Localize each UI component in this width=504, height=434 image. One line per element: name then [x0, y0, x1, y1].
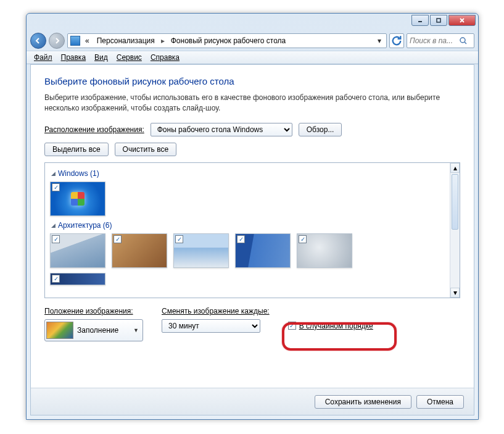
address-bar[interactable]: « Персонализация ▸ Фоновый рисунок рабоч… [67, 33, 387, 48]
location-icon [70, 36, 80, 46]
scroll-down-button[interactable]: ▾ [450, 288, 460, 298]
breadcrumb-sep-icon: ▸ [160, 36, 166, 45]
address-dropdown-icon[interactable]: ▾ [375, 36, 384, 45]
collapse-icon: ◢ [51, 222, 56, 228]
content-pane: Выберите фоновый рисунок рабочего стола … [30, 64, 474, 415]
thumb-checkbox[interactable]: ✓ [114, 235, 122, 243]
scroll-thumb[interactable] [452, 174, 458, 230]
wallpaper-thumb[interactable]: ✓ [297, 233, 352, 268]
position-value: Заполнение [77, 326, 118, 335]
breadcrumb-desktop-bg[interactable]: Фоновый рисунок рабочего стола [168, 35, 289, 46]
close-button[interactable] [448, 15, 476, 26]
page-subtitle: Выберите изображение, чтобы использовать… [44, 93, 460, 114]
menu-help[interactable]: Справка [147, 52, 183, 63]
group-windows[interactable]: ◢Windows (1) [51, 169, 445, 178]
wallpaper-thumb[interactable]: ✓ [50, 273, 105, 285]
minimize-button[interactable] [411, 15, 429, 26]
collapse-icon: ◢ [51, 170, 56, 177]
chevron-down-icon: ▼ [133, 327, 139, 333]
breadcrumb-prefix[interactable]: « [83, 35, 92, 46]
save-button[interactable]: Сохранить изменения [315, 395, 411, 409]
breadcrumb-personalization[interactable]: Персонализация [94, 35, 157, 46]
search-box[interactable] [407, 33, 474, 48]
nav-back-button[interactable] [30, 33, 46, 49]
refresh-button[interactable] [389, 33, 404, 48]
group-architecture[interactable]: ◢Архитектура (6) [51, 221, 445, 230]
shuffle-checkbox[interactable]: ✓ В случайном порядке [288, 322, 373, 330]
search-icon [459, 36, 468, 45]
menu-tools[interactable]: Сервис [113, 52, 146, 63]
wallpaper-thumb[interactable]: ✓ [112, 233, 167, 268]
cancel-button[interactable]: Отмена [416, 395, 464, 409]
wallpaper-thumb[interactable]: ✓ [50, 182, 105, 216]
thumb-checkbox[interactable]: ✓ [52, 235, 60, 243]
titlebar [27, 14, 478, 31]
svg-point-2 [460, 38, 465, 43]
svg-rect-1 [437, 19, 440, 22]
maximize-button[interactable] [430, 15, 447, 26]
page-title: Выберите фоновый рисунок рабочего стола [44, 76, 460, 86]
gallery-scrollbar[interactable]: ▴ ▾ [450, 163, 460, 298]
shuffle-label: В случайном порядке [299, 322, 373, 330]
wallpaper-thumb[interactable]: ✓ [50, 233, 105, 268]
clear-all-button[interactable]: Очистить все [115, 143, 176, 156]
interval-label: Сменять изображение каждые: [162, 307, 270, 315]
checkbox-icon: ✓ [288, 322, 296, 330]
menu-file[interactable]: Файл [30, 52, 56, 63]
menubar: Файл Правка Вид Сервис Справка [27, 51, 478, 64]
image-location-combo[interactable]: Фоны рабочего стола Windows [151, 123, 292, 136]
wallpaper-thumb[interactable]: ✓ [173, 233, 229, 268]
svg-line-3 [465, 42, 466, 44]
interval-combo[interactable]: 30 минут [162, 319, 260, 333]
nav-forward-button[interactable] [49, 33, 65, 49]
thumb-checkbox[interactable]: ✓ [175, 235, 183, 243]
thumb-checkbox[interactable]: ✓ [299, 235, 307, 243]
search-input[interactable] [410, 36, 459, 45]
menu-view[interactable]: Вид [91, 52, 112, 63]
position-label: Положение изображения: [44, 307, 143, 315]
select-all-button[interactable]: Выделить все [44, 143, 109, 156]
window: « Персонализация ▸ Фоновый рисунок рабоч… [26, 13, 479, 420]
image-location-label: Расположение изображения: [44, 125, 144, 134]
dialog-footer: Сохранить изменения Отмена [31, 388, 474, 415]
scroll-up-button[interactable]: ▴ [450, 163, 460, 173]
thumb-checkbox[interactable]: ✓ [237, 235, 245, 243]
thumb-checkbox[interactable]: ✓ [52, 183, 60, 191]
wallpaper-gallery: ◢Windows (1) ✓ ◢Архитектура (6) ✓ ✓ ✓ ✓ … [44, 162, 460, 298]
browse-button[interactable]: Обзор... [299, 123, 342, 136]
position-preview-icon [46, 322, 73, 339]
wallpaper-thumb[interactable]: ✓ [235, 233, 291, 268]
navbar: « Персонализация ▸ Фоновый рисунок рабоч… [27, 31, 478, 51]
position-combo[interactable]: Заполнение ▼ [44, 319, 143, 341]
menu-edit[interactable]: Правка [57, 52, 90, 63]
thumb-checkbox[interactable]: ✓ [52, 275, 60, 283]
